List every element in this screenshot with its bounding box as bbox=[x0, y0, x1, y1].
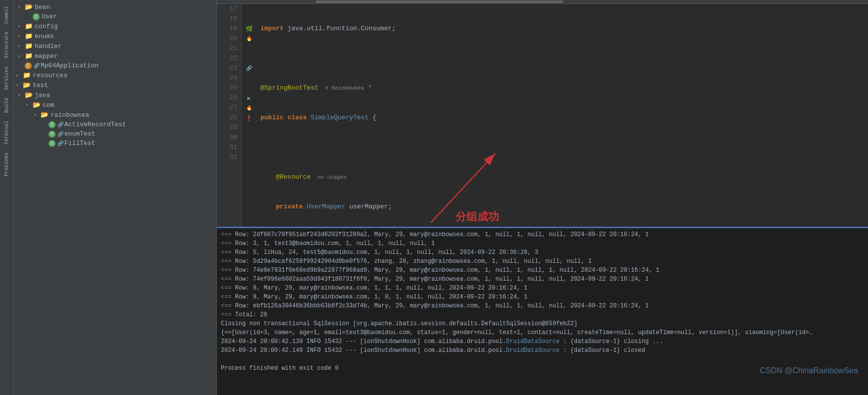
console-line: <== Row: 9, Mary, 29, mary@rainbowsea.co… bbox=[221, 293, 864, 301]
console-line: <== Total: 28 bbox=[221, 310, 864, 319]
tool-commit[interactable]: Commit bbox=[3, 2, 10, 28]
sidebar-item-label: com bbox=[43, 101, 54, 109]
arrow-icon bbox=[16, 72, 22, 78]
java-icon: C bbox=[25, 62, 32, 69]
code-line-22: @Resource no usages bbox=[260, 172, 868, 182]
sidebar-item-java[interactable]: 📂 java bbox=[14, 90, 216, 100]
code-line-19: @SpringBootTest ≡ RainbowSea * bbox=[260, 83, 868, 93]
sidebar-item-test[interactable]: 📂 test bbox=[14, 80, 216, 90]
arrow-icon bbox=[18, 53, 24, 59]
sidebar-item-mp04app[interactable]: C 🔗 Mp04Application bbox=[14, 61, 216, 70]
sidebar-item-label: mapper bbox=[35, 52, 58, 60]
sidebar-item-enumtest[interactable]: C 🔗 enumTest bbox=[14, 129, 216, 139]
gutter: 🌿 🔥 🔗 ▶ 🔥 ❗ bbox=[242, 4, 256, 227]
code-editor[interactable]: 17 18 19 20 21 22 23 24 25 26 27 28 29 3… bbox=[217, 0, 868, 227]
sidebar-item-handler[interactable]: 📁 handler bbox=[14, 41, 216, 51]
code-line-18 bbox=[260, 53, 868, 63]
arrow-icon bbox=[18, 4, 24, 10]
code-line-23: private UserMapper userMapper; bbox=[260, 202, 868, 212]
gutter-cell bbox=[242, 143, 256, 152]
arrow-icon bbox=[18, 33, 24, 39]
console-area: <== Row: 2df607c70f951abf243d8202f31289a… bbox=[217, 227, 868, 395]
sidebar-item-label: bean bbox=[35, 3, 50, 11]
gutter-cell: ▶ bbox=[242, 93, 256, 103]
gutter-cell: 🔥 bbox=[242, 103, 256, 113]
file-tree: 📂 bean C User 📁 config 📁 enums 📁 handler bbox=[14, 0, 216, 395]
arrow-icon bbox=[18, 92, 24, 98]
sidebar-item-com[interactable]: 📂 com bbox=[14, 100, 216, 110]
gutter-cell bbox=[242, 73, 256, 83]
console-line: 2024-09-24 20:00:42.149 INFO 15432 --- [… bbox=[221, 346, 864, 355]
gutter-cell bbox=[242, 14, 256, 24]
arrow-icon bbox=[16, 82, 22, 88]
line-numbers: 17 18 19 20 21 22 23 24 25 26 27 28 29 3… bbox=[217, 4, 242, 227]
java-icon: C bbox=[49, 131, 55, 138]
left-tool-sidebar: Commit Structure Services Build Terminal… bbox=[0, 0, 14, 395]
arrow-icon bbox=[26, 102, 32, 108]
tool-build[interactable]: Build bbox=[3, 94, 10, 117]
sidebar-item-user[interactable]: C User bbox=[14, 12, 216, 21]
code-line-17: import java.util.function.Consumer; bbox=[260, 24, 868, 34]
console-line: <== Row: ebfb126a30446b36bbb63b8f2c33d74… bbox=[221, 301, 864, 310]
sidebar-item-config[interactable]: 📁 config bbox=[14, 21, 216, 31]
gutter-cell bbox=[242, 152, 256, 162]
console-line bbox=[221, 355, 864, 364]
tool-services[interactable]: Services bbox=[3, 62, 10, 94]
java-icon: C bbox=[49, 140, 55, 147]
sidebar-item-label: rainbowsea bbox=[51, 111, 89, 119]
console-line: <== Row: 74ef096e6602aaa59d943f180731f6f… bbox=[221, 275, 864, 284]
sidebar-item-label: ActiveRecordTest bbox=[64, 121, 126, 128]
main-editor-area: 17 18 19 20 21 22 23 24 25 26 27 28 29 3… bbox=[217, 0, 868, 395]
console-line: <== Row: 5, liHua, 24, test5@baomidou.co… bbox=[221, 248, 864, 257]
sidebar-item-activerecordtest[interactable]: C 🔗 ActiveRecordTest bbox=[14, 120, 216, 129]
sidebar-item-filltest[interactable]: C 🔗 FillTest bbox=[14, 139, 216, 148]
arrow-icon bbox=[18, 43, 24, 49]
tool-terminal[interactable]: Terminal bbox=[3, 117, 10, 148]
code-line-21 bbox=[260, 143, 868, 152]
sidebar-item-label: User bbox=[42, 13, 57, 20]
console-line: <== Row: 3, 1, test3@baomidou.com, 1, nu… bbox=[221, 239, 864, 248]
sidebar-item-resources[interactable]: 📁 resources bbox=[14, 70, 216, 80]
java-icon: C bbox=[49, 121, 55, 128]
file-tree-sidebar: 📂 bean C User 📁 config 📁 enums 📁 handler bbox=[14, 0, 217, 395]
sidebar-item-label: config bbox=[35, 23, 58, 30]
console-line: {==[User(id=3, name=, age=1, email=test3… bbox=[221, 328, 815, 337]
gutter-cell: ❗ bbox=[242, 113, 256, 123]
gutter-cell bbox=[242, 83, 256, 93]
console-line: <== Row: 8, Mary, 29, mary@rainbowsea.co… bbox=[221, 284, 864, 293]
arrow-icon bbox=[34, 112, 40, 118]
sidebar-item-label: java bbox=[35, 92, 50, 99]
sidebar-item-label: resources bbox=[33, 72, 67, 79]
gutter-cell: 🔥 bbox=[242, 34, 256, 44]
sidebar-item-bean[interactable]: 📂 bean bbox=[14, 2, 216, 12]
java-icon: C bbox=[33, 13, 40, 20]
sidebar-item-mapper[interactable]: 📁 mapper bbox=[14, 51, 216, 61]
sidebar-item-enums[interactable]: 📁 enums bbox=[14, 31, 216, 41]
console-line: Closing non transactional SqlSession [or… bbox=[221, 319, 864, 328]
console-line: <== Row: 2df607c70f951abf243d8202f31289a… bbox=[221, 230, 864, 239]
console-line: 2024-09-24 20:00:42.139 INFO 15432 --- [… bbox=[221, 337, 864, 346]
tool-structure[interactable]: Structure bbox=[3, 28, 10, 62]
console-line: <== Row: 74e8e7831f0e68ed9b9a22877f968ad… bbox=[221, 266, 864, 275]
arrow-icon bbox=[18, 23, 24, 29]
gutter-cell bbox=[242, 133, 256, 143]
sidebar-item-rainbowsea[interactable]: 📂 rainbowsea bbox=[14, 110, 216, 120]
sidebar-item-label: handler bbox=[35, 43, 62, 50]
code-lines: import java.util.function.Consumer; @Spr… bbox=[256, 4, 868, 227]
gutter-cell bbox=[242, 44, 256, 53]
gutter-cell: 🌿 bbox=[242, 24, 256, 34]
console-line: <== Row: 5d29a4bcaf6258f99242904d0be0f57… bbox=[221, 257, 864, 266]
gutter-cell bbox=[242, 123, 256, 133]
gutter-cell bbox=[242, 53, 256, 63]
sidebar-item-label: enumTest bbox=[64, 130, 95, 138]
gutter-cell: 🔗 bbox=[242, 63, 256, 73]
sidebar-item-label: Mp04Application bbox=[41, 62, 99, 69]
sidebar-item-label: test bbox=[33, 82, 48, 89]
code-line-20: public class SimpleQueryTest { bbox=[260, 113, 868, 123]
watermark: CSDN @ChinaRainbowSea bbox=[760, 366, 858, 375]
tool-problems[interactable]: Problems bbox=[3, 148, 10, 180]
gutter-cell bbox=[242, 4, 256, 14]
sidebar-item-label: FillTest bbox=[64, 140, 95, 147]
sidebar-item-label: enums bbox=[35, 33, 54, 40]
